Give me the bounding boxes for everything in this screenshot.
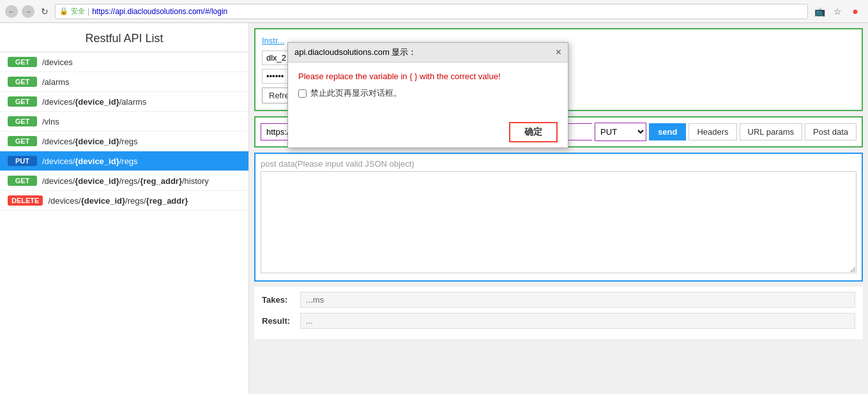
lock-icon: 🔒 — [59, 7, 68, 15]
dialog-checkbox-row: 禁止此页再显示对话框。 — [298, 87, 558, 99]
api-path: /devices/{device_id}/regs — [42, 137, 138, 146]
api-path: /devices/{device_id}/alarms — [42, 97, 146, 107]
sidebar-item-get-devices-regs[interactable]: GET /devices/{device_id}/regs — [0, 132, 248, 151]
dialog-titlebar: api.diacloudsolutions.com 显示： × — [288, 43, 568, 63]
browser-icons: 📺 ☆ ● — [812, 4, 863, 19]
api-path: /alarms — [42, 77, 70, 87]
dialog-checkbox-label: 禁止此页再显示对话框。 — [310, 87, 402, 99]
sidebar: Restful API List GET /devices GET /alarm… — [0, 23, 249, 394]
api-path: /devices/{device_id}/regs — [42, 156, 138, 166]
address-bar: 🔒 安全 | https://api.diacloudsolutions.com… — [55, 4, 808, 19]
dialog-body: Please replace the variable in { } with … — [288, 63, 568, 117]
sidebar-title: Restful API List — [0, 23, 248, 52]
method-badge-get: GET — [8, 136, 37, 146]
method-badge-get: GET — [8, 116, 37, 126]
dialog-overlay: api.diacloudsolutions.com 显示： × Please r… — [249, 23, 868, 394]
method-badge-get: GET — [8, 57, 37, 67]
sidebar-item-get-alarms[interactable]: GET /alarms — [0, 72, 248, 92]
api-path: /devices/{device_id}/regs/{reg_addr}/his… — [42, 176, 209, 186]
sidebar-item-get-devices[interactable]: GET /devices — [0, 52, 248, 72]
sidebar-item-put-devices-regs[interactable]: PUT /devices/{device_id}/regs — [0, 151, 248, 171]
dialog-message: Please replace the variable in { } with … — [298, 72, 558, 81]
method-badge-get: GET — [8, 96, 37, 107]
method-badge-delete: DELETE — [8, 195, 43, 206]
method-badge-get: GET — [8, 176, 37, 186]
method-badge-get: GET — [8, 77, 37, 87]
back-button[interactable]: ← — [5, 5, 18, 18]
cast-icon[interactable]: 📺 — [812, 4, 827, 19]
security-text: 安全 — [71, 6, 85, 16]
sidebar-item-get-devices-regs-history[interactable]: GET /devices/{device_id}/regs/{reg_addr}… — [0, 171, 248, 191]
dialog-footer: 确定 — [288, 117, 568, 148]
sidebar-item-get-devices-alarms[interactable]: GET /devices/{device_id}/alarms — [0, 92, 248, 112]
api-path: /devices/{device_id}/regs/{reg_addr} — [48, 196, 188, 206]
dialog-title: api.diacloudsolutions.com 显示： — [294, 47, 416, 58]
dialog-close-button[interactable]: × — [556, 47, 561, 57]
reload-button[interactable]: ↻ — [38, 5, 51, 18]
api-path: /vlns — [42, 117, 59, 126]
sidebar-item-delete-devices-regs[interactable]: DELETE /devices/{device_id}/regs/{reg_ad… — [0, 191, 248, 211]
forward-button[interactable]: → — [22, 5, 34, 18]
browser-chrome: ← → ↻ 🔒 安全 | https://api.diacloudsolutio… — [0, 0, 868, 23]
content-area: Instr... Refresh headers PUT GET POST DE… — [249, 23, 868, 394]
url-text[interactable]: https://api.diacloudsolutions.com/#/logi… — [92, 7, 227, 16]
api-path: /devices — [42, 57, 73, 67]
confirm-button[interactable]: 确定 — [509, 122, 558, 142]
dialog-checkbox[interactable] — [298, 89, 307, 98]
main-layout: Restful API List GET /devices GET /alarm… — [0, 23, 868, 394]
method-badge-put: PUT — [8, 156, 37, 166]
dialog-box: api.diacloudsolutions.com 显示： × Please r… — [287, 42, 568, 148]
sidebar-item-get-vlns[interactable]: GET /vlns — [0, 112, 248, 132]
bookmark-icon[interactable]: ☆ — [830, 4, 845, 19]
profile-icon[interactable]: ● — [848, 4, 863, 19]
